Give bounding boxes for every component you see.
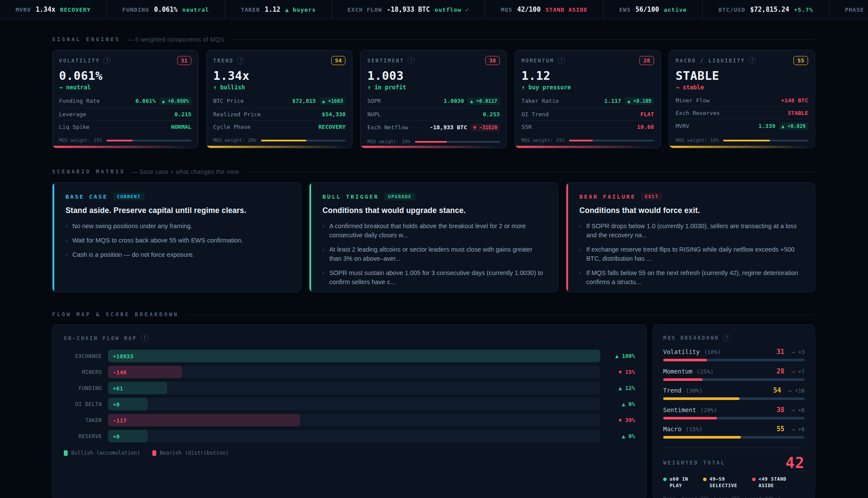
component-weight: (15%)	[686, 426, 703, 432]
weight-bar	[261, 140, 346, 141]
flow-percent: ▲ 0%	[606, 401, 635, 407]
metric-value: 0.253	[483, 111, 500, 118]
scenario-bullet: If exchange reserve trend flips to RISIN…	[579, 245, 802, 263]
score-badge: 55	[793, 56, 808, 65]
ticker-cell: MQS 42/100 STAND ASIDE	[485, 0, 603, 19]
engine-metrics: Funding Rate 0.061% ▲ +0.050% Leverage 0…	[59, 94, 191, 133]
breakdown-row: Sentiment (20%) 38 → +8	[663, 406, 805, 419]
metric-value: RECOVERY	[319, 124, 346, 130]
scenario-bullet: A confirmed breakout that holds above th…	[322, 222, 546, 240]
threshold-legend: ≥60 IN PLAY 49–59 SELECTIVE <49 STAND AS…	[663, 476, 805, 490]
engine-card-header: VOLATILITY 31	[59, 56, 191, 65]
metric-row: NUPL 0.253	[367, 108, 500, 121]
legend-dot	[64, 450, 68, 456]
section-rule	[186, 315, 815, 315]
component-delta: → +3	[792, 349, 805, 355]
metric-label: Realized Price	[213, 111, 261, 118]
flow-rows: EXCHANGE +18933 ▲ 100% MINERS -148 ▼ 15%	[64, 350, 635, 442]
help-icon[interactable]	[408, 57, 415, 64]
metric-label: SOPR	[367, 98, 381, 104]
metric-row: Realized Price $54,338	[213, 108, 345, 121]
threshold-text: ≥60 IN PLAY	[670, 476, 688, 490]
chevron-right-icon	[66, 222, 68, 231]
legend-label: Bullish (accumulation)	[71, 450, 140, 456]
metric-label: Liq Spike	[59, 124, 89, 130]
flow-fill	[108, 414, 300, 426]
weight-bar	[415, 141, 500, 143]
card-accent-strip	[207, 146, 352, 148]
scenario-title: Stand aside. Preserve capital until regi…	[66, 206, 289, 215]
chevron-right-icon	[66, 236, 68, 245]
component-score: 28	[776, 367, 784, 375]
component-fill	[663, 417, 717, 419]
ticker-label: FUNDING	[122, 7, 149, 13]
metric-value: $72,815	[292, 98, 316, 104]
ticker-bar: MVRV 1.34x RECOVERY FUNDING 0.061% neutr…	[0, 0, 868, 20]
scenario-bullet: SOPR must sustain above 1.005 for 3 cons…	[322, 269, 546, 287]
breakdown-title: MQS BREAKDOWN	[663, 335, 719, 341]
ticker-value: -18,933 BTC	[387, 6, 430, 13]
chevron-right-icon	[322, 269, 325, 287]
weight-fill	[415, 141, 447, 143]
bullet-text: Cash is a position — do not force exposu…	[72, 250, 194, 259]
ticker-value: 1.12	[265, 6, 280, 13]
metric-row: Cycle Phase RECOVERY	[213, 121, 345, 133]
engine-card-header: SENTIMENT 38	[367, 56, 500, 65]
section-title: FLOW MAP & SCORE BREAKDOWN	[52, 311, 179, 318]
flow-value: +18933	[113, 353, 133, 359]
help-icon[interactable]	[749, 57, 756, 64]
scenario-bullet: If MQS falls below 55 on the next refres…	[579, 269, 802, 287]
threshold-dot	[752, 478, 756, 481]
flow-percent: ▲ 100%	[606, 353, 635, 359]
component-name: Sentiment	[663, 406, 696, 413]
metric-value: STABLE	[788, 110, 808, 116]
ticker-cell: TAKER 1.12 ▲ buyers	[225, 0, 332, 19]
weight-fill	[569, 140, 593, 141]
engine-cards: VOLATILITY 31 0.061% → neutral Funding R…	[52, 50, 815, 148]
flow-row: FUNDING +61 ▲ 12%	[64, 382, 635, 394]
ticker-cell: FUNDING 0.061% neutral	[106, 0, 225, 19]
ticker-status: +5.7%	[794, 7, 813, 13]
score-badge: 54	[331, 56, 346, 65]
scenario-bullet: No new swing positions under any framing…	[66, 222, 289, 231]
metric-row: Funding Rate 0.061% ▲ +0.050%	[59, 94, 191, 108]
flow-bar: +18933	[108, 350, 600, 362]
metric-row: SOPR 1.0030 ▲ +0.0117	[367, 94, 500, 108]
mqs-weight-row: MQS weight: 25%	[522, 138, 654, 143]
flow-percent: ▼ 39%	[606, 417, 635, 423]
bullet-text: If MQS falls below 55 on the next refres…	[586, 269, 802, 287]
mqs-weight-row: MQS weight: 20%	[213, 138, 345, 143]
flow-percent: ▲ 0%	[606, 433, 635, 439]
engine-status: → stable	[676, 84, 808, 91]
section-rule	[246, 172, 815, 172]
flow-legend: Bullish (accumulation) Bearish (distribu…	[64, 450, 635, 456]
legend-label: Bearish (distribution)	[160, 450, 229, 456]
scenario-card: BASE CASE CURRENT Stand aside. Preserve …	[52, 182, 301, 292]
ticker-value: 0.061%	[154, 6, 178, 13]
section-title: SIGNAL ENGINES	[52, 36, 120, 43]
help-icon[interactable]	[237, 57, 244, 64]
component-weight: (30%)	[686, 387, 703, 394]
help-icon[interactable]	[103, 57, 111, 64]
help-icon[interactable]	[558, 57, 565, 64]
flow-label: OI DELTA	[64, 401, 102, 407]
ticker-cell: PHASE BEAR ▼ SHORT	[829, 0, 868, 19]
mqs-weight-row: MQS weight: 20%	[367, 139, 500, 144]
component-bar	[663, 359, 805, 361]
bullet-text: At least 2 leading altcoins or sector le…	[329, 245, 546, 263]
scenario-card: BEAR FAILURE EXIT Conditions that would …	[566, 182, 815, 292]
component-weight: (20%)	[700, 407, 717, 413]
section-title: SCENARIO MATRIX	[52, 169, 125, 175]
component-fill	[663, 436, 741, 439]
weights-footnote: Bear: trend×30% / mom×25% / sent×20% / m…	[663, 495, 798, 498]
help-icon[interactable]	[141, 334, 148, 342]
ticker-label: PHASE	[845, 7, 864, 13]
chevron-right-icon	[579, 245, 582, 263]
threshold-text: <49 STAND ASIDE	[759, 476, 786, 490]
flow-fill	[108, 350, 600, 362]
mqs-breakdown-card: MQS BREAKDOWN Volatility (10%) 31 → +3	[653, 324, 815, 498]
engine-title: VOLATILITY	[59, 58, 100, 64]
card-accent-strip	[361, 146, 506, 148]
metric-row: Miner Flow +148 BTC	[676, 94, 808, 107]
help-icon[interactable]	[723, 334, 730, 341]
